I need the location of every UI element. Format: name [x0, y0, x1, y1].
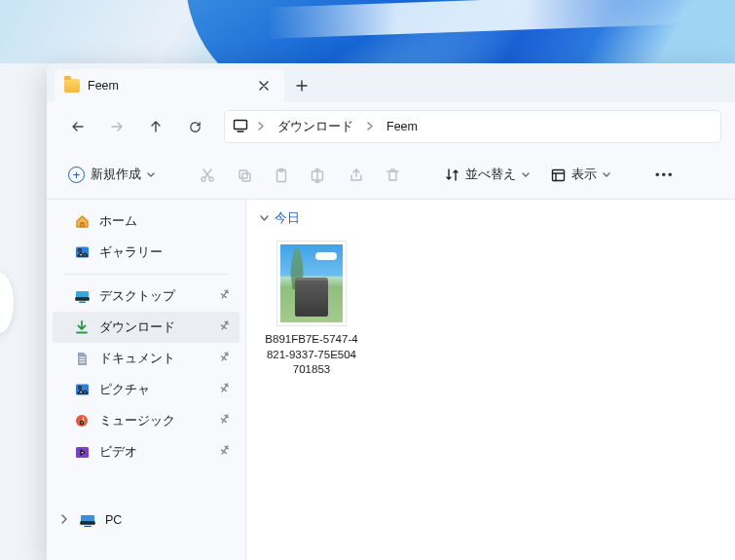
share-button[interactable]: [341, 159, 372, 192]
sort-icon: [445, 168, 459, 182]
chevron-right-icon[interactable]: [60, 513, 68, 527]
cut-icon: [200, 168, 215, 183]
file-grid: B891FB7E-5747-4 821-9337-75E504 701853: [260, 227, 721, 392]
sidebar-item-downloads[interactable]: ダウンロード: [53, 312, 239, 343]
sidebar-item-home[interactable]: ホーム: [53, 205, 239, 237]
this-pc-icon: [80, 512, 95, 528]
tab-close-button[interactable]: [253, 75, 275, 96]
svg-rect-0: [235, 120, 247, 129]
copy-button[interactable]: [229, 159, 260, 192]
sidebar-label: ダウンロード: [99, 319, 175, 336]
svg-rect-4: [242, 173, 250, 181]
downloads-icon: [74, 319, 90, 335]
desktop-widget-circle: [0, 273, 14, 333]
folder-icon: [64, 79, 80, 93]
documents-icon: [74, 351, 90, 366]
svg-point-14: [78, 387, 81, 390]
sidebar-label: ホーム: [99, 213, 137, 230]
explorer-body: ホーム ギャラリー デスクトップ: [47, 200, 735, 560]
delete-button[interactable]: [378, 159, 408, 192]
sidebar-label: PC: [105, 513, 122, 527]
svg-rect-12: [76, 298, 89, 300]
file-thumbnail: [276, 241, 347, 326]
svg-rect-8: [553, 169, 565, 180]
back-button[interactable]: [60, 110, 95, 143]
tab-bar: Feem: [47, 63, 735, 102]
svg-point-16: [81, 422, 84, 425]
sidebar-item-music[interactable]: ミュージック: [53, 405, 239, 436]
plus-circle-icon: +: [68, 167, 85, 183]
view-label: 表示: [571, 167, 597, 183]
sort-label: 並べ替え: [465, 167, 516, 183]
command-bar: + 新規作成 並べ替え: [47, 151, 735, 200]
paste-icon: [274, 168, 289, 183]
gallery-icon: [74, 244, 90, 260]
sidebar-label: ギャラリー: [99, 244, 163, 261]
svg-rect-19: [81, 522, 94, 524]
sidebar-label: ミュージック: [99, 413, 175, 429]
home-icon: [74, 213, 90, 229]
chevron-right-icon: [361, 122, 379, 132]
paste-button[interactable]: [266, 159, 297, 192]
videos-icon: [74, 444, 90, 460]
sidebar-label: デスクトップ: [99, 288, 175, 305]
pictures-icon: [74, 382, 90, 397]
rename-button[interactable]: [303, 159, 335, 192]
sidebar-item-pc[interactable]: PC: [53, 504, 239, 536]
explorer-window: Feem ダウンロード: [47, 63, 735, 560]
sidebar-item-desktop[interactable]: デスクトップ: [53, 280, 239, 312]
sidebar-item-pictures[interactable]: ピクチャ: [53, 374, 239, 405]
pin-icon: [220, 288, 230, 303]
new-label: 新規作成: [91, 167, 141, 183]
breadcrumb-feem[interactable]: Feem: [383, 118, 422, 135]
music-icon: [74, 413, 90, 429]
chevron-down-icon: [603, 172, 610, 178]
desktop-icon: [74, 288, 90, 304]
up-button[interactable]: [138, 110, 173, 143]
sidebar-item-gallery[interactable]: ギャラリー: [53, 237, 239, 268]
cut-button[interactable]: [192, 159, 223, 192]
pin-icon: [220, 413, 230, 428]
view-icon: [551, 168, 566, 182]
new-button[interactable]: + 新規作成: [60, 159, 163, 192]
group-header-today[interactable]: 今日: [260, 209, 721, 227]
group-label: 今日: [275, 209, 300, 227]
sidebar-item-documents[interactable]: ドキュメント: [53, 343, 239, 374]
chevron-down-icon: [522, 172, 530, 178]
sidebar-label: ドキュメント: [99, 351, 175, 367]
forward-button[interactable]: [99, 110, 134, 143]
desktop-wallpaper: [0, 0, 735, 63]
address-bar[interactable]: ダウンロード Feem: [224, 110, 721, 143]
nav-toolbar: ダウンロード Feem: [47, 102, 735, 151]
more-button[interactable]: •••: [647, 159, 682, 192]
pin-icon: [220, 444, 230, 459]
copy-icon: [237, 168, 252, 183]
share-icon: [349, 168, 364, 183]
content-pane[interactable]: 今日 B891FB7E-5747-4 821-9337-75E504 70185…: [246, 200, 735, 560]
navigation-pane: ホーム ギャラリー デスクトップ: [47, 200, 246, 560]
chevron-right-icon: [252, 122, 270, 132]
this-pc-icon: [233, 119, 248, 135]
new-tab-button[interactable]: [284, 69, 319, 102]
sidebar-label: ピクチャ: [99, 382, 150, 398]
tab-title: Feem: [88, 79, 245, 93]
sort-button[interactable]: 並べ替え: [437, 159, 537, 192]
sidebar-label: ビデオ: [99, 444, 137, 461]
pin-icon: [220, 319, 230, 334]
tab-feem[interactable]: Feem: [55, 69, 284, 102]
chevron-down-icon: [147, 172, 155, 178]
file-name: B891FB7E-5747-4 821-9337-75E504 701853: [265, 332, 357, 378]
refresh-button[interactable]: [177, 110, 212, 143]
svg-point-10: [78, 249, 81, 252]
pin-icon: [220, 351, 230, 365]
svg-rect-3: [239, 170, 247, 178]
chevron-down-icon: [260, 213, 269, 224]
trash-icon: [386, 168, 400, 183]
file-item[interactable]: B891FB7E-5747-4 821-9337-75E504 701853: [264, 241, 359, 378]
sidebar-item-videos[interactable]: ビデオ: [53, 436, 239, 467]
pin-icon: [220, 382, 230, 396]
rename-icon: [311, 168, 327, 183]
more-icon: •••: [655, 168, 675, 182]
view-button[interactable]: 表示: [543, 159, 618, 192]
breadcrumb-downloads[interactable]: ダウンロード: [274, 117, 357, 137]
